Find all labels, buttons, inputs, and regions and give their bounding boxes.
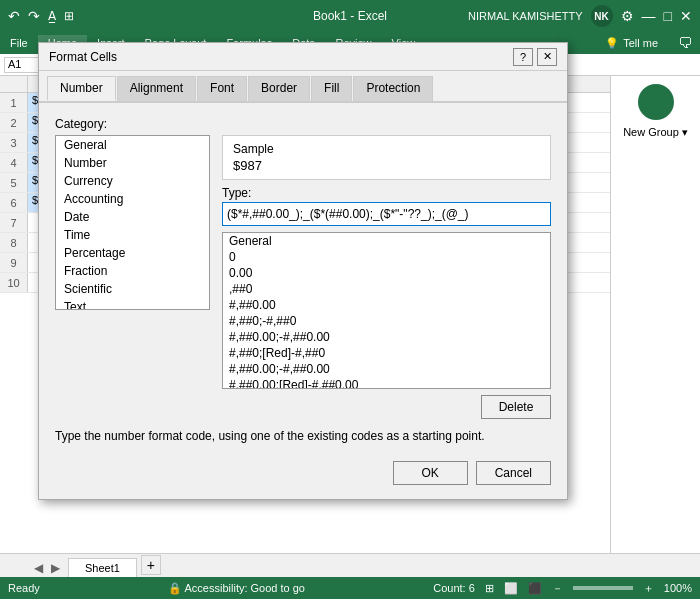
- tab-border[interactable]: Border: [248, 76, 310, 101]
- category-item-scientific[interactable]: Scientific: [56, 280, 209, 298]
- format-item[interactable]: #,##0;[Red]-#,##0: [223, 345, 550, 361]
- format-item[interactable]: #,##0;-#,##0: [223, 313, 550, 329]
- format-item[interactable]: 0.00: [223, 265, 550, 281]
- dialog-body: Category: General Number Currency Accoun…: [39, 103, 567, 499]
- category-item-accounting[interactable]: Accounting: [56, 190, 209, 208]
- format-item[interactable]: General: [223, 233, 550, 249]
- tab-font[interactable]: Font: [197, 76, 247, 101]
- format-item[interactable]: ,##0: [223, 281, 550, 297]
- format-item[interactable]: #,##0.00;-#,##0.00: [223, 361, 550, 377]
- category-item-number[interactable]: Number: [56, 154, 209, 172]
- sample-label: Sample: [233, 142, 540, 156]
- format-description: Type the number format code, using one o…: [55, 429, 551, 443]
- dialog-overlay: Format Cells ? ✕ Number Alignment Font B…: [0, 0, 700, 599]
- category-item-time[interactable]: Time: [56, 226, 209, 244]
- category-item-percentage[interactable]: Percentage: [56, 244, 209, 262]
- format-cells-dialog: Format Cells ? ✕ Number Alignment Font B…: [38, 42, 568, 500]
- type-input[interactable]: [222, 202, 551, 226]
- dialog-title-bar: Format Cells ? ✕: [39, 43, 567, 71]
- ok-button[interactable]: OK: [393, 461, 468, 485]
- tab-protection[interactable]: Protection: [353, 76, 433, 101]
- tab-fill[interactable]: Fill: [311, 76, 352, 101]
- cancel-button[interactable]: Cancel: [476, 461, 551, 485]
- dialog-close-button[interactable]: ✕: [537, 48, 557, 66]
- dialog-help-button[interactable]: ?: [513, 48, 533, 66]
- category-item-text[interactable]: Text: [56, 298, 209, 310]
- category-label: Category:: [55, 117, 551, 131]
- category-item-general[interactable]: General: [56, 136, 209, 154]
- category-item-fraction[interactable]: Fraction: [56, 262, 209, 280]
- category-list: General Number Currency Accounting Date …: [55, 135, 210, 310]
- sample-value: $987: [233, 158, 540, 173]
- dialog-title: Format Cells: [49, 50, 117, 64]
- format-item[interactable]: #,##0.00;[Red]-#,##0.00: [223, 377, 550, 388]
- category-item-date[interactable]: Date: [56, 208, 209, 226]
- format-item[interactable]: 0: [223, 249, 550, 265]
- type-label: Type:: [222, 186, 551, 200]
- format-item[interactable]: #,##0.00: [223, 297, 550, 313]
- format-list[interactable]: General 0 0.00 ,##0 #,##0.00 #,##0;-#,##…: [223, 233, 550, 388]
- dialog-tabs: Number Alignment Font Border Fill Protec…: [39, 71, 567, 103]
- category-item-currency[interactable]: Currency: [56, 172, 209, 190]
- tab-number[interactable]: Number: [47, 76, 116, 101]
- format-item[interactable]: #,##0.00;-#,##0.00: [223, 329, 550, 345]
- sample-box: Sample $987: [222, 135, 551, 180]
- tab-alignment[interactable]: Alignment: [117, 76, 196, 101]
- delete-button[interactable]: Delete: [481, 395, 551, 419]
